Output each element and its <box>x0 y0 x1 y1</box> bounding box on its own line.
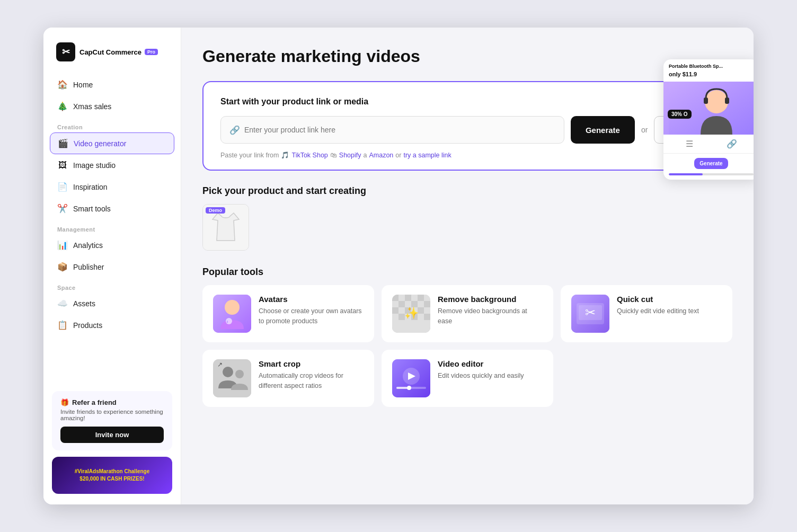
preview-link-icon: 🔗 <box>727 139 737 149</box>
remove-bg-name: Remove background <box>438 295 543 304</box>
avatars-name: Avatars <box>259 295 364 304</box>
smart-crop-desc: Automatically crop videos for different … <box>259 371 364 391</box>
input-card-label: Start with your product link or media <box>220 97 714 107</box>
promo-banner[interactable]: #ViralAdsMarathon Challenge $20,000 IN C… <box>52 457 172 494</box>
sidebar-item-products-label: Products <box>73 321 102 330</box>
svg-rect-36 <box>704 97 708 104</box>
sidebar-item-home-label: Home <box>73 81 93 89</box>
tool-card-remove-background[interactable]: ✨ Remove background Remove video backgro… <box>382 285 553 342</box>
space-label: Space <box>50 278 174 293</box>
svg-text:✨: ✨ <box>404 306 419 320</box>
sidebar-item-smart-tools-label: Smart tools <box>73 205 111 213</box>
tool-card-quick-cut[interactable]: ✂ Quick cut Quickly edit vide editing te… <box>561 285 732 342</box>
sidebar-item-image-studio[interactable]: 🖼 Image studio <box>50 155 174 175</box>
sample-link[interactable]: try a sample link <box>403 152 451 159</box>
svg-text:↗: ↗ <box>217 361 223 368</box>
tool-card-video-editor[interactable]: Video editor Edit videos quickly and eas… <box>382 350 553 407</box>
smart-crop-thumb-image: ↗ <box>213 359 251 397</box>
svg-point-3 <box>225 300 240 315</box>
svg-rect-12 <box>424 301 430 307</box>
quick-cut-info: Quick cut Quickly edit vide editing text <box>617 295 722 316</box>
refer-title: 🎁 Refer a friend <box>60 398 164 406</box>
preview-menu-icon: ☰ <box>686 139 693 149</box>
preview-generate-button[interactable]: Generate <box>694 158 728 169</box>
sidebar-item-inspiration[interactable]: 📄 Inspiration <box>50 176 174 197</box>
right-preview-panel: Portable Bluetooth Sp... only $11.9 <box>663 59 754 180</box>
demo-badge: Demo <box>206 207 225 214</box>
svg-rect-15 <box>418 307 424 314</box>
smart-crop-thumb: ↗ <box>213 359 251 397</box>
sidebar-item-products[interactable]: 📋 Products <box>50 315 174 335</box>
quick-cut-thumb-image: ✂ <box>571 295 609 333</box>
svg-rect-9 <box>418 295 424 301</box>
sidebar-item-analytics-label: Analytics <box>73 241 103 250</box>
paste-hint: Paste your link from 🎵 TikTok Shop 🛍 Sho… <box>220 151 714 159</box>
input-row: 🔗 Generate or Add media <box>220 116 714 144</box>
sidebar-item-image-studio-label: Image studio <box>73 161 116 170</box>
sidebar-item-video-generator[interactable]: 🎬 Video generator <box>50 132 174 154</box>
video-editor-desc: Edit videos quickly and easily <box>438 371 543 381</box>
smart-crop-info: Smart crop Automatically crop videos for… <box>259 359 364 391</box>
sidebar-item-xmas-label: Xmas sales <box>73 102 111 111</box>
app-window: ✂ CapCut Commerce Pro 🏠 Home 🎄 Xmas sale… <box>43 28 754 504</box>
analytics-icon: 📊 <box>57 240 68 250</box>
tools-grid: ♀ Avatars Choose or create your own avat… <box>202 285 732 407</box>
sidebar-item-assets[interactable]: ☁️ Assets <box>50 293 174 314</box>
link-input-wrap: 🔗 <box>220 116 564 144</box>
avatars-thumb: ♀ <box>213 295 251 333</box>
shopify-icon: 🛍 <box>330 152 337 159</box>
sidebar-item-home[interactable]: 🏠 Home <box>50 74 174 95</box>
quick-cut-desc: Quickly edit vide editing text <box>617 306 722 316</box>
tool-card-smart-crop[interactable]: ↗ Smart crop Automatically crop videos f… <box>202 350 374 407</box>
preview-product-name: Portable Bluetooth Sp... <box>663 59 754 71</box>
popular-tools-title: Popular tools <box>202 267 732 278</box>
shirt-svg <box>210 209 242 246</box>
video-editor-name: Video editor <box>438 359 543 368</box>
video-editor-thumb <box>392 359 430 397</box>
sidebar-navigation: 🏠 Home 🎄 Xmas sales Creation 🎬 Video gen… <box>43 72 181 383</box>
publisher-icon: 📦 <box>57 262 68 272</box>
image-studio-icon: 🖼 <box>57 161 68 170</box>
link-icon: 🔗 <box>229 125 240 135</box>
quick-cut-thumb: ✂ <box>571 295 609 333</box>
svg-rect-13 <box>392 307 398 314</box>
tiktok-shop-link[interactable]: TikTok Shop <box>291 152 327 159</box>
sidebar-item-xmas[interactable]: 🎄 Xmas sales <box>50 96 174 117</box>
sidebar-item-publisher-label: Publisher <box>73 263 104 271</box>
svg-text:♀: ♀ <box>226 320 229 324</box>
video-editor-thumb-image <box>392 359 430 397</box>
svg-rect-37 <box>725 97 729 104</box>
sidebar-item-analytics[interactable]: 📊 Analytics <box>50 235 174 255</box>
avatars-desc: Choose or create your own avatars to pro… <box>259 306 364 326</box>
product-item-shirt[interactable]: Demo <box>202 204 249 251</box>
tiktok-icon: 🎵 <box>281 151 289 159</box>
svg-point-33 <box>407 386 411 390</box>
svg-rect-8 <box>405 295 411 301</box>
preview-image-area: 30% O <box>663 82 754 135</box>
product-link-input[interactable] <box>244 126 555 134</box>
remove-bg-thumb: ✨ <box>392 295 430 333</box>
page-title: Generate marketing videos <box>202 47 732 66</box>
sidebar-item-publisher[interactable]: 📦 Publisher <box>50 256 174 277</box>
amazon-link[interactable]: Amazon <box>369 152 393 159</box>
generate-button[interactable]: Generate <box>571 116 635 144</box>
inspiration-icon: 📄 <box>57 182 68 192</box>
preview-product-image <box>669 82 754 135</box>
creation-label: Creation <box>50 118 174 132</box>
shopify-link[interactable]: Shopify <box>339 152 361 159</box>
tool-card-avatars[interactable]: ♀ Avatars Choose or create your own avat… <box>202 285 374 342</box>
logo-icon: ✂ <box>56 42 75 61</box>
sidebar-item-smart-tools[interactable]: ✂️ Smart tools <box>50 198 174 219</box>
sidebar: ✂ CapCut Commerce Pro 🏠 Home 🎄 Xmas sale… <box>43 28 181 504</box>
product-grid: Demo <box>202 204 732 251</box>
svg-point-25 <box>223 367 233 377</box>
svg-text:✂: ✂ <box>62 47 70 57</box>
xmas-icon: 🎄 <box>57 101 68 111</box>
svg-rect-18 <box>424 314 430 320</box>
remove-bg-thumb-image: ✨ <box>392 295 430 333</box>
pick-section-title: Pick your product and start creating <box>202 185 732 197</box>
svg-point-26 <box>235 370 244 378</box>
avatars-thumb-image: ♀ <box>213 295 251 333</box>
remove-bg-info: Remove background Remove video backgroun… <box>438 295 543 326</box>
invite-button[interactable]: Invite now <box>60 427 164 443</box>
